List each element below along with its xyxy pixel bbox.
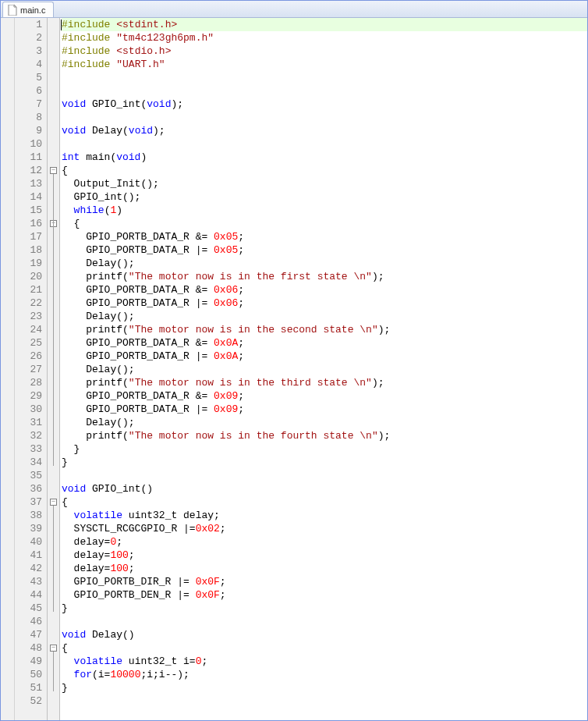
- code-line[interactable]: printf("The motor now is in the first st…: [62, 270, 587, 283]
- line-number: 7: [15, 98, 42, 111]
- line-number: 52: [15, 694, 42, 708]
- code-line[interactable]: volatile uint32_t i=0;: [62, 655, 587, 668]
- line-number: 24: [15, 323, 42, 336]
- line-number: 49: [15, 655, 42, 668]
- code-line[interactable]: GPIO_PORTB_DATA_R |= 0x05;: [62, 243, 587, 257]
- line-number: 48: [15, 641, 42, 655]
- code-line[interactable]: {: [62, 641, 587, 655]
- line-number: 1: [15, 18, 42, 31]
- line-number: 19: [15, 257, 42, 270]
- code-line[interactable]: [62, 694, 587, 708]
- code-line[interactable]: GPIO_PORTB_DATA_R &= 0x05;: [62, 230, 587, 243]
- line-number: 46: [15, 615, 42, 628]
- code-line[interactable]: GPIO_int();: [62, 190, 587, 204]
- line-number: 20: [15, 270, 42, 283]
- line-number: 25: [15, 336, 42, 350]
- code-line[interactable]: [62, 71, 587, 84]
- line-number: 28: [15, 376, 42, 389]
- code-line[interactable]: SYSCTL_RCGCGPIO_R |=0x02;: [62, 522, 587, 535]
- line-number: 40: [15, 535, 42, 549]
- fold-guide: [53, 506, 54, 612]
- line-number: 12: [15, 164, 42, 177]
- code-line[interactable]: [62, 84, 587, 98]
- line-number: 43: [15, 575, 42, 588]
- line-number: 13: [15, 177, 42, 190]
- line-number: 3: [15, 44, 42, 58]
- code-line[interactable]: void GPIO_int(): [62, 482, 587, 495]
- code-line[interactable]: for(i=10000;i;i--);: [62, 668, 587, 681]
- line-number: 23: [15, 310, 42, 323]
- code-line[interactable]: {: [62, 164, 587, 177]
- line-number: 45: [15, 602, 42, 615]
- code-line[interactable]: printf("The motor now is in the fourth s…: [62, 429, 587, 442]
- code-line[interactable]: }: [62, 442, 587, 456]
- line-number: 34: [15, 456, 42, 469]
- fold-guide: [53, 227, 54, 453]
- code-line[interactable]: delay=0;: [62, 535, 587, 549]
- code-line[interactable]: Delay();: [62, 363, 587, 376]
- fold-margin[interactable]: −−−−: [48, 18, 60, 720]
- code-line[interactable]: void Delay(void);: [62, 124, 587, 137]
- line-number: 9: [15, 124, 42, 137]
- code-line[interactable]: #include <stdio.h>: [62, 44, 587, 58]
- code-line[interactable]: GPIO_PORTB_DATA_R &= 0x09;: [62, 389, 587, 403]
- fold-toggle[interactable]: −: [50, 499, 57, 506]
- code-line[interactable]: }: [62, 681, 587, 694]
- line-number: 44: [15, 588, 42, 602]
- code-line[interactable]: [62, 111, 587, 124]
- code-line[interactable]: Delay();: [62, 310, 587, 323]
- code-line[interactable]: [62, 469, 587, 482]
- line-number: 17: [15, 230, 42, 243]
- code-line[interactable]: [62, 137, 587, 151]
- line-number: 30: [15, 403, 42, 416]
- line-number: 29: [15, 389, 42, 403]
- code-line[interactable]: GPIO_PORTB_DATA_R |= 0x0A;: [62, 350, 587, 363]
- code-line[interactable]: GPIO_PORTB_DATA_R &= 0x0A;: [62, 336, 587, 350]
- code-line[interactable]: printf("The motor now is in the third st…: [62, 376, 587, 389]
- tab-bar: main.c: [1, 1, 587, 18]
- code-line[interactable]: [62, 615, 587, 628]
- line-number: 5: [15, 71, 42, 84]
- code-line[interactable]: GPIO_PORTB_DATA_R &= 0x06;: [62, 283, 587, 297]
- code-line[interactable]: void Delay(): [62, 628, 587, 641]
- code-line[interactable]: delay=100;: [62, 549, 587, 562]
- bookmark-margin[interactable]: [1, 18, 15, 720]
- code-line[interactable]: {: [62, 495, 587, 509]
- code-line[interactable]: }: [62, 602, 587, 615]
- line-number: 26: [15, 350, 42, 363]
- line-number: 10: [15, 137, 42, 151]
- line-number: 41: [15, 549, 42, 562]
- code-line[interactable]: GPIO_PORTB_DATA_R |= 0x09;: [62, 403, 587, 416]
- line-number: 31: [15, 416, 42, 429]
- code-line[interactable]: #include <stdint.h>: [62, 18, 587, 31]
- code-area[interactable]: #include <stdint.h>#include "tm4c123gh6p…: [60, 18, 587, 720]
- code-line[interactable]: void GPIO_int(void);: [62, 98, 587, 111]
- code-line[interactable]: GPIO_PORTB_DIR_R |= 0x0F;: [62, 575, 587, 588]
- tab-label: main.c: [20, 5, 45, 15]
- code-editor[interactable]: 1234567891011121314151617181920212223242…: [1, 18, 587, 720]
- code-line[interactable]: delay=100;: [62, 562, 587, 575]
- line-number: 38: [15, 509, 42, 522]
- code-line[interactable]: GPIO_PORTB_DEN_R |= 0x0F;: [62, 588, 587, 602]
- line-number: 14: [15, 190, 42, 204]
- line-number: 32: [15, 429, 42, 442]
- code-line[interactable]: Delay();: [62, 416, 587, 429]
- tab-main-c[interactable]: main.c: [2, 2, 54, 17]
- fold-guide: [53, 652, 54, 691]
- code-line[interactable]: #include "tm4c123gh6pm.h": [62, 31, 587, 44]
- line-number: 4: [15, 58, 42, 71]
- code-line[interactable]: while(1): [62, 204, 587, 217]
- code-line[interactable]: #include "UART.h": [62, 58, 587, 71]
- line-number: 21: [15, 283, 42, 297]
- code-line[interactable]: Delay();: [62, 257, 587, 270]
- code-line[interactable]: GPIO_PORTB_DATA_R |= 0x06;: [62, 297, 587, 310]
- code-line[interactable]: int main(void): [62, 151, 587, 164]
- fold-toggle[interactable]: −: [50, 645, 57, 652]
- code-line[interactable]: printf("The motor now is in the second s…: [62, 323, 587, 336]
- line-number-gutter[interactable]: 1234567891011121314151617181920212223242…: [15, 18, 48, 720]
- code-line[interactable]: volatile uint32_t delay;: [62, 509, 587, 522]
- fold-toggle[interactable]: −: [50, 167, 57, 174]
- code-line[interactable]: Output_Init();: [62, 177, 587, 190]
- code-line[interactable]: {: [62, 217, 587, 230]
- code-line[interactable]: }: [62, 456, 587, 469]
